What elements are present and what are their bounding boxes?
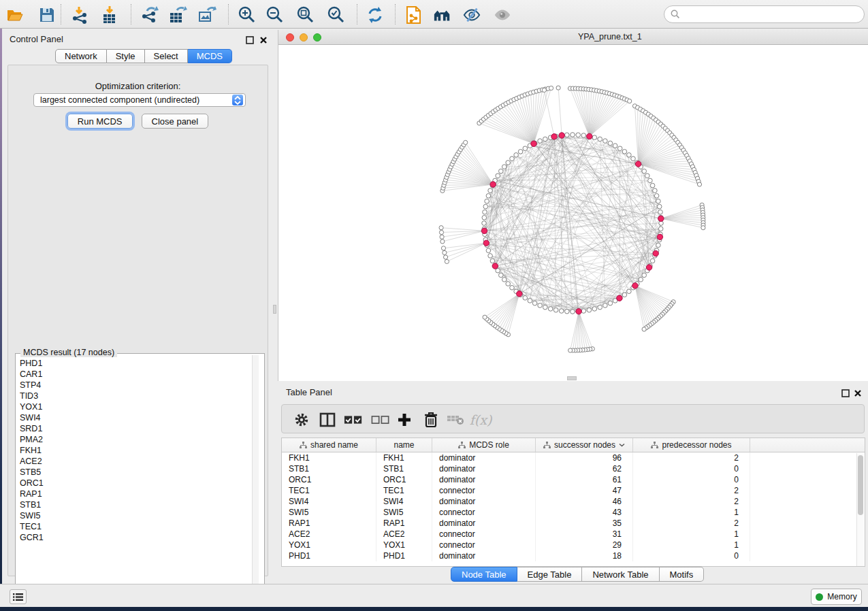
network-graph[interactable] bbox=[278, 45, 868, 381]
network-canvas[interactable] bbox=[278, 45, 868, 381]
table-options-gear-icon[interactable] bbox=[292, 410, 311, 429]
export-table-icon[interactable] bbox=[168, 5, 187, 24]
mcds-result-item[interactable]: ORC1 bbox=[17, 478, 254, 489]
splitter-handle[interactable] bbox=[273, 305, 276, 314]
tab-node-table[interactable]: Node Table bbox=[451, 567, 517, 582]
table-row-yox1[interactable]: YOX1YOX1connector291 bbox=[282, 540, 865, 550]
zoom-in-icon[interactable] bbox=[238, 5, 257, 24]
zoom-selected-icon[interactable] bbox=[327, 5, 346, 24]
mcds-result-item[interactable]: CAR1 bbox=[17, 369, 254, 380]
mcds-result-list: PHD1CAR1STP4TID3YOX1SWI4SRD1PMA2FKH1ACE2… bbox=[17, 358, 254, 595]
deselect-all-icon[interactable] bbox=[371, 410, 390, 429]
table-scrollbar[interactable] bbox=[856, 453, 864, 566]
export-network-icon[interactable] bbox=[140, 5, 159, 24]
run-mcds-button[interactable]: Run MCDS bbox=[67, 114, 133, 129]
float-panel-icon[interactable] bbox=[246, 35, 255, 44]
mcds-result-item[interactable]: TEC1 bbox=[17, 521, 254, 532]
table-row-orc1[interactable]: ORC1ORC1dominator610 bbox=[282, 474, 865, 485]
close-panel-icon[interactable] bbox=[259, 35, 268, 44]
minimize-window-icon[interactable] bbox=[300, 33, 308, 42]
toolbar-separator bbox=[61, 4, 61, 24]
mcds-result-item[interactable]: SWI5 bbox=[17, 510, 254, 521]
export-image-icon[interactable] bbox=[197, 5, 216, 24]
table-scrollbar-thumb[interactable] bbox=[858, 455, 863, 515]
table-row-phd1[interactable]: PHD1PHD1dominator180 bbox=[282, 550, 865, 561]
task-history-button[interactable] bbox=[10, 589, 27, 604]
import-network-icon[interactable] bbox=[71, 5, 90, 24]
tab-edge-table[interactable]: Edge Table bbox=[517, 567, 583, 582]
share-document-icon[interactable] bbox=[404, 5, 423, 24]
mcds-result-item[interactable]: FKH1 bbox=[17, 445, 254, 456]
table-row-ace2[interactable]: ACE2ACE2connector311 bbox=[282, 529, 865, 540]
maximize-window-icon[interactable] bbox=[313, 33, 321, 42]
open-file-icon[interactable] bbox=[5, 5, 25, 24]
cell-mcds-role: dominator bbox=[432, 463, 536, 474]
table-row-fkh1[interactable]: FKH1FKH1dominator962 bbox=[282, 452, 865, 463]
cell-shared-name: SWI5 bbox=[282, 507, 376, 518]
network-window-titlebar[interactable]: YPA_prune.txt_1 bbox=[278, 30, 868, 45]
column-layout-icon[interactable] bbox=[318, 410, 337, 429]
float-table-panel-icon[interactable] bbox=[841, 388, 850, 397]
save-session-icon[interactable] bbox=[37, 5, 57, 24]
table-row-swi5[interactable]: SWI5SWI5connector431 bbox=[282, 507, 865, 518]
import-table-icon[interactable] bbox=[100, 5, 119, 24]
close-table-panel-icon[interactable] bbox=[854, 388, 863, 397]
tab-select[interactable]: Select bbox=[145, 49, 188, 63]
mcds-result-item[interactable]: PHD1 bbox=[17, 358, 254, 369]
delete-column-trash-icon[interactable] bbox=[421, 410, 440, 429]
delete-table-icon[interactable] bbox=[446, 410, 465, 429]
tab-motifs[interactable]: Motifs bbox=[660, 567, 705, 582]
column-header-predecessor-nodes[interactable]: predecessor nodes bbox=[633, 438, 750, 452]
select-all-icon[interactable] bbox=[344, 410, 363, 429]
table-row-swi4[interactable]: SWI4SWI4dominator462 bbox=[282, 496, 865, 507]
table-row-stb1[interactable]: STB1STB1dominator620 bbox=[282, 463, 865, 474]
column-header-name[interactable]: name bbox=[376, 438, 432, 452]
close-window-icon[interactable] bbox=[286, 33, 294, 42]
search-input[interactable] bbox=[684, 10, 854, 19]
mcds-result-item[interactable]: YOX1 bbox=[17, 401, 254, 412]
column-header-successor-nodes[interactable]: successor nodes bbox=[536, 438, 633, 452]
cell-predecessor-nodes: 2 bbox=[633, 485, 750, 496]
close-panel-button[interactable]: Close panel bbox=[142, 114, 209, 129]
table-row-rap1[interactable]: RAP1RAP1dominator352 bbox=[282, 518, 865, 529]
hide-selection-eye-icon[interactable] bbox=[462, 5, 481, 24]
mcds-result-item[interactable]: STB1 bbox=[17, 499, 254, 510]
column-header-mcds-role[interactable]: MCDS role bbox=[432, 438, 536, 452]
mcds-result-item[interactable]: GCR1 bbox=[17, 532, 254, 543]
tab-network-table[interactable]: Network Table bbox=[582, 567, 659, 582]
mcds-result-item[interactable]: SWI4 bbox=[17, 412, 254, 423]
zoom-out-icon[interactable] bbox=[266, 5, 285, 24]
network-search-box[interactable] bbox=[664, 5, 865, 23]
mcds-result-item[interactable]: TID3 bbox=[17, 391, 254, 401]
search-network-icon[interactable] bbox=[433, 5, 452, 24]
memory-label: Memory bbox=[827, 592, 856, 601]
mcds-result-item[interactable]: ACE2 bbox=[17, 456, 254, 467]
refresh-icon[interactable] bbox=[366, 5, 385, 24]
mcds-result-item[interactable]: STP4 bbox=[17, 380, 254, 391]
cell-predecessor-nodes: 2 bbox=[633, 496, 750, 507]
fx-label: f(x) bbox=[470, 412, 492, 427]
node-table: shared namenameMCDS rolesuccessor nodesp… bbox=[281, 437, 865, 567]
criterion-select[interactable]: largest connected component (undirected) bbox=[33, 93, 246, 107]
add-column-plus-icon[interactable] bbox=[395, 410, 414, 429]
column-label: predecessor nodes bbox=[662, 440, 731, 450]
show-all-eye-icon[interactable] bbox=[493, 5, 512, 24]
vertical-splitter[interactable] bbox=[272, 29, 278, 584]
list-icon bbox=[13, 593, 23, 601]
mcds-result-item[interactable]: STB5 bbox=[17, 467, 254, 478]
function-builder-icon[interactable]: f(x) bbox=[471, 410, 490, 429]
memory-button[interactable]: Memory bbox=[811, 589, 862, 605]
tab-style[interactable]: Style bbox=[107, 49, 145, 63]
tab-network[interactable]: Network bbox=[55, 49, 107, 63]
zoom-fit-icon[interactable] bbox=[296, 5, 315, 24]
column-header-shared-name[interactable]: shared name bbox=[282, 438, 376, 452]
cell-mcds-role: dominator bbox=[432, 496, 536, 507]
canvas-splitter-handle[interactable] bbox=[567, 376, 577, 380]
mcds-result-item[interactable]: SRD1 bbox=[17, 423, 254, 434]
result-list-scrollbar[interactable] bbox=[252, 355, 259, 597]
tab-mcds[interactable]: MCDS bbox=[188, 49, 232, 63]
mcds-result-item[interactable]: RAP1 bbox=[17, 489, 254, 499]
table-row-tec1[interactable]: TEC1TEC1connector472 bbox=[282, 485, 865, 496]
mcds-result-item[interactable]: PMA2 bbox=[17, 434, 254, 445]
attribute-tree-icon bbox=[300, 442, 307, 449]
